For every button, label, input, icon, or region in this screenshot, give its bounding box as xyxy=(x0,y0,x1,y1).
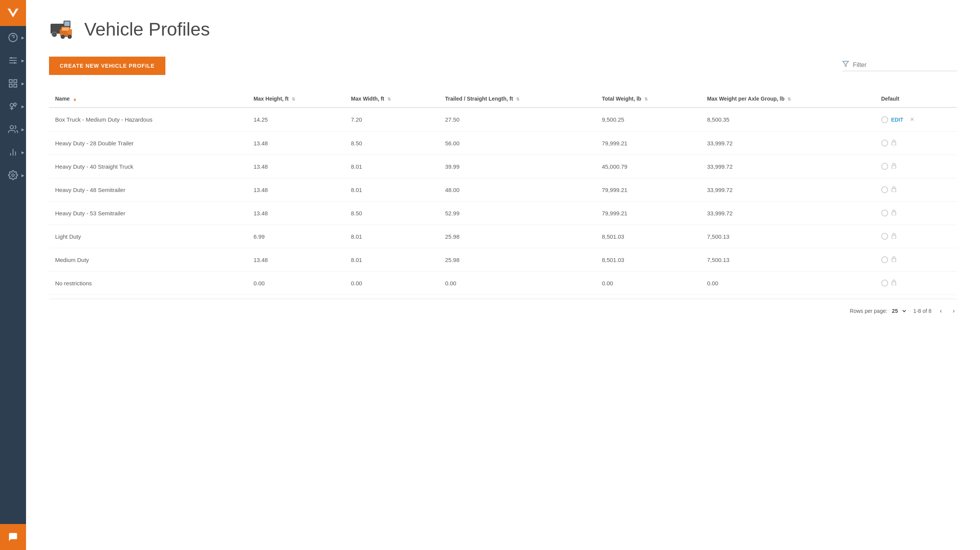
sidebar-item-analytics[interactable]: ▶ xyxy=(0,141,26,164)
cell-default-actions xyxy=(875,155,957,178)
rows-per-page-label: Rows per page: xyxy=(850,308,887,314)
table-footer: Rows per page: 25 50 100 1-8 of 8 ‹ › xyxy=(49,299,957,323)
svg-marker-31 xyxy=(843,61,849,67)
cell-total-weight: 9,500.25 xyxy=(596,107,701,132)
svg-point-21 xyxy=(53,33,56,36)
col-header-name[interactable]: Name ▲ xyxy=(49,90,247,107)
cell-max-height: 13.48 xyxy=(247,155,345,178)
col-header-trailed-length[interactable]: Trailed / Straight Length, ft ⇅ xyxy=(439,90,596,107)
pagination-next-button[interactable]: › xyxy=(951,307,957,315)
lock-icon xyxy=(891,139,897,147)
main-content: Vehicle Profiles CREATE NEW VEHICLE PROF… xyxy=(26,0,980,550)
cell-total-weight: 79,999.21 xyxy=(596,202,701,225)
filter-input[interactable] xyxy=(853,62,952,68)
cell-total-weight: 79,999.21 xyxy=(596,178,701,202)
rows-per-page-select[interactable]: 25 50 100 xyxy=(890,308,907,314)
cell-name: Medium Duty xyxy=(49,248,247,272)
sidebar-item-settings[interactable]: ▶ xyxy=(0,164,26,187)
cell-default-actions xyxy=(875,225,957,248)
table-row: Heavy Duty - 28 Double Trailer13.488.505… xyxy=(49,132,957,155)
svg-rect-7 xyxy=(14,80,17,83)
default-radio[interactable] xyxy=(881,163,888,170)
pagination-prev-button[interactable]: ‹ xyxy=(938,307,944,315)
cell-default-actions xyxy=(875,202,957,225)
svg-point-11 xyxy=(14,103,16,106)
default-radio[interactable] xyxy=(881,256,888,263)
sidebar-item-orders[interactable]: ▶ xyxy=(0,72,26,95)
col-header-max-width[interactable]: Max Width, ft ⇅ xyxy=(345,90,439,107)
create-vehicle-profile-button[interactable]: CREATE NEW VEHICLE PROFILE xyxy=(49,57,165,75)
cell-trailed-length: 52.99 xyxy=(439,202,596,225)
svg-point-4 xyxy=(11,57,12,59)
lock-icon xyxy=(891,256,897,264)
sort-icon-max-weight-axle: ⇅ xyxy=(787,97,791,102)
cell-name: Heavy Duty - 53 Semitrailer xyxy=(49,202,247,225)
cell-trailed-length: 39.99 xyxy=(439,155,596,178)
actions-cell: EDIT× xyxy=(881,116,951,124)
svg-point-10 xyxy=(10,103,13,107)
col-header-max-weight-axle[interactable]: Max Weight per Axle Group, lb ⇅ xyxy=(701,90,875,107)
cell-trailed-length: 27.50 xyxy=(439,107,596,132)
rows-per-page-container: Rows per page: 25 50 100 xyxy=(850,308,907,314)
actions-cell xyxy=(881,209,951,217)
table-row: No restrictions0.000.000.000.000.00 xyxy=(49,272,957,295)
lock-icon xyxy=(891,279,897,287)
default-radio[interactable] xyxy=(881,210,888,216)
sidebar-arrow-analytics: ▶ xyxy=(21,150,24,155)
svg-rect-36 xyxy=(892,235,896,239)
cell-max-weight-axle: 0.00 xyxy=(701,272,875,295)
default-radio[interactable] xyxy=(881,116,888,123)
sort-icon-max-width: ⇅ xyxy=(387,97,391,102)
actions-cell xyxy=(881,256,951,264)
sidebar-item-people[interactable]: ▶ xyxy=(0,118,26,141)
edit-link[interactable]: EDIT xyxy=(891,117,903,123)
cell-max-weight-axle: 8,500.35 xyxy=(701,107,875,132)
cell-max-width: 0.00 xyxy=(345,272,439,295)
cell-max-weight-axle: 33,999.72 xyxy=(701,132,875,155)
vehicle-profiles-table: Name ▲ Max Height, ft ⇅ Max Width, ft ⇅ … xyxy=(49,90,957,295)
actions-cell xyxy=(881,163,951,170)
sort-icon-trailed-length: ⇅ xyxy=(516,97,519,102)
chat-button[interactable] xyxy=(0,524,26,550)
sidebar-item-locations[interactable]: ▶ xyxy=(0,95,26,118)
cell-name: No restrictions xyxy=(49,272,247,295)
default-radio[interactable] xyxy=(881,140,888,146)
cell-trailed-length: 25.98 xyxy=(439,248,596,272)
cell-default-actions xyxy=(875,248,957,272)
svg-rect-19 xyxy=(64,21,70,26)
cell-trailed-length: 56.00 xyxy=(439,132,596,155)
default-radio[interactable] xyxy=(881,233,888,240)
svg-point-12 xyxy=(10,125,13,129)
actions-cell xyxy=(881,139,951,147)
cell-name: Heavy Duty - 40 Straight Truck xyxy=(49,155,247,178)
sidebar-item-help[interactable]: ▶ xyxy=(0,26,26,49)
cell-default-actions xyxy=(875,272,957,295)
cell-total-weight: 8,501.03 xyxy=(596,248,701,272)
col-header-max-height[interactable]: Max Height, ft ⇅ xyxy=(247,90,345,107)
col-header-total-weight[interactable]: Total Weight, lb ⇅ xyxy=(596,90,701,107)
sidebar-arrow-help: ▶ xyxy=(21,36,24,40)
cell-total-weight: 8,501.03 xyxy=(596,225,701,248)
sidebar-item-routing[interactable]: ▶ xyxy=(0,49,26,72)
default-radio[interactable] xyxy=(881,280,888,286)
table-row: Light Duty6.998.0125.988,501.037,500.13 xyxy=(49,225,957,248)
delete-button[interactable]: × xyxy=(910,116,915,124)
cell-total-weight: 45,000.79 xyxy=(596,155,701,178)
lock-icon xyxy=(891,209,897,217)
cell-name: Heavy Duty - 28 Double Trailer xyxy=(49,132,247,155)
cell-trailed-length: 0.00 xyxy=(439,272,596,295)
svg-point-5 xyxy=(14,62,15,63)
cell-default-actions xyxy=(875,132,957,155)
cell-name: Heavy Duty - 48 Semitrailer xyxy=(49,178,247,202)
cell-name: Box Truck - Medium Duty - Hazardous xyxy=(49,107,247,132)
sidebar-logo[interactable] xyxy=(0,0,26,26)
cell-max-weight-axle: 33,999.72 xyxy=(701,202,875,225)
table-row: Heavy Duty - 53 Semitrailer13.488.5052.9… xyxy=(49,202,957,225)
cell-total-weight: 0.00 xyxy=(596,272,701,295)
default-radio[interactable] xyxy=(881,186,888,193)
sort-icon-total-weight: ⇅ xyxy=(644,97,648,102)
svg-point-16 xyxy=(12,174,15,177)
lock-icon xyxy=(891,186,897,194)
cell-max-width: 7.20 xyxy=(345,107,439,132)
cell-max-width: 8.01 xyxy=(345,248,439,272)
